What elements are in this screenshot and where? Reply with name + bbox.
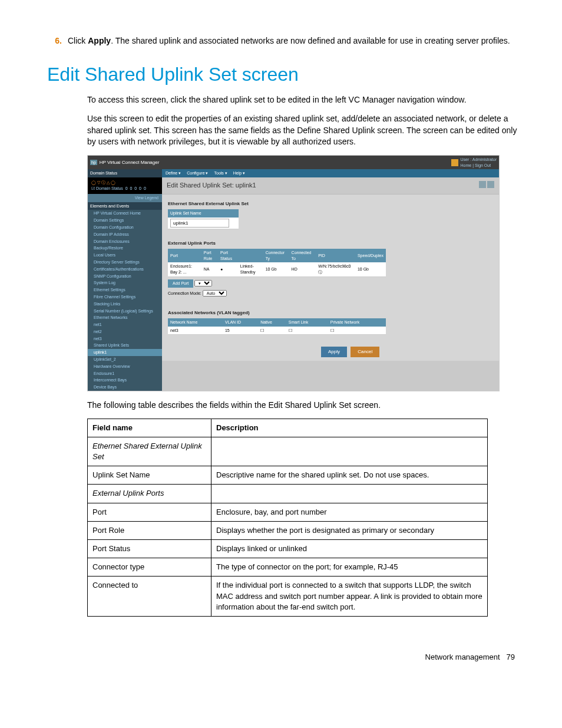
menu-item[interactable]: Define ▾ (166, 170, 181, 176)
nav-item[interactable]: Domain IP Address (88, 231, 162, 238)
user-links[interactable]: Home | Sign Out (461, 163, 491, 167)
intro-paragraph-2: Use this screen to edit the properties o… (87, 113, 521, 148)
field-description-table: Field name Description Ethernet Shared E… (87, 419, 488, 617)
field-name-cell: Connected to (88, 577, 211, 617)
conn-mode-select[interactable]: Auto (203, 290, 227, 297)
nav-item[interactable]: Domain Settings (88, 217, 162, 224)
ports-th: Connected To (289, 249, 316, 263)
assoc-td: ☐ (328, 327, 386, 335)
nav-item[interactable]: Domain Enclosures (88, 238, 162, 245)
step-prefix: Click (68, 36, 88, 45)
ports-th (238, 249, 263, 263)
nav-item[interactable]: Interconnect Bays (88, 377, 162, 384)
user-label: User : Administrator (461, 157, 497, 162)
ports-th: Speed/Duplex (355, 249, 386, 263)
nav-item[interactable]: Local Users (88, 252, 162, 259)
nav-item[interactable]: Ethernet Settings (88, 286, 162, 294)
nav-item[interactable]: HP Virtual Connect Home (88, 210, 162, 217)
nav-item[interactable]: Domain Configuration (88, 224, 162, 231)
menu-item[interactable]: Tools ▾ (214, 170, 227, 176)
ports-td: 10 Gb (263, 262, 289, 276)
nav-item[interactable]: Device Bays (88, 384, 162, 391)
assoc-th: Native (258, 318, 286, 327)
field-desc-cell: If the individual port is connected to a… (211, 577, 488, 617)
nav-item[interactable]: net3 (88, 335, 162, 342)
field-name-cell: Port Status (88, 539, 211, 558)
nav-item[interactable]: Serial Number (Logical) Settings (88, 308, 162, 315)
home-icon[interactable] (451, 159, 458, 166)
menu-item[interactable]: Help ▾ (233, 170, 245, 176)
field-name-cell: Port (88, 503, 211, 521)
field-desc-cell: Displays linked or unlinked (211, 539, 488, 558)
ss-page-title: Edit Shared Uplink Set: uplink1 (167, 181, 256, 190)
page-footer: Network management 79 (47, 652, 521, 663)
assoc-td: ☐ (258, 327, 286, 335)
uplink-name-hdr: Uplink Set Name (168, 209, 239, 218)
ss-main: Define ▾Configure ▾Tools ▾Help ▾ Edit Sh… (162, 169, 499, 391)
ports-th: Connector Ty (263, 249, 289, 263)
add-port-button[interactable]: Add Port (168, 279, 193, 288)
section-label-ports: External Uplink Ports (168, 240, 493, 246)
nav-item[interactable]: Enclosure1 (88, 370, 162, 377)
nav-item[interactable]: Fibre Channel Settings (88, 294, 162, 301)
apply-button[interactable]: Apply (321, 347, 347, 357)
ports-table: PortPort RolePort StatusConnector TyConn… (168, 249, 386, 277)
cancel-button[interactable]: Cancel (351, 347, 379, 357)
nav-item[interactable]: Stacking Links (88, 301, 162, 308)
ports-td: HD (289, 262, 316, 276)
field-desc-cell (211, 485, 488, 503)
field-name-cell: Uplink Set Name (88, 466, 211, 485)
help-icon[interactable] (487, 181, 494, 188)
elements-events-header: Elements and Events (88, 202, 162, 210)
step-number: 6. (47, 35, 68, 47)
nav-item[interactable]: SNMP Configuration (88, 273, 162, 280)
nav-item[interactable]: uplink1 (88, 349, 162, 356)
nav-item[interactable]: Backup/Restore (88, 245, 162, 252)
step-bold: Apply (88, 36, 111, 45)
menu-item[interactable]: Configure ▾ (187, 170, 208, 176)
assoc-th: Smart Link (286, 318, 328, 327)
nav-item[interactable]: Certificates/Authentications (88, 266, 162, 273)
th-field: Field name (88, 419, 211, 437)
nav-item[interactable]: System Log (88, 279, 162, 286)
ports-td: ● (218, 262, 238, 276)
hp-logo: hp (90, 160, 97, 166)
ss-titlebar: hp HP Virtual Connect Manager User : Adm… (88, 156, 499, 170)
embedded-screenshot: hp HP Virtual Connect Manager User : Adm… (87, 155, 500, 391)
field-desc-cell: Descriptive name for the shared uplink s… (211, 466, 488, 485)
intro-paragraph-1: To access this screen, click the shared … (87, 94, 521, 106)
field-name-cell: Port Role (88, 521, 211, 539)
footer-section: Network management (425, 653, 500, 661)
assoc-th: Private Network (328, 318, 386, 327)
domain-status-box: ◯ ▽ ⓘ △ ◯ ☑ Domain Status 0 0 0 0 0 (88, 177, 162, 194)
field-desc-cell: Enclosure, bay, and port number (211, 503, 488, 521)
nav-item[interactable]: Ethernet Networks (88, 314, 162, 321)
ports-th: Port (168, 249, 201, 263)
assoc-td: ☐ (286, 327, 328, 335)
assoc-table: Network NameVLAN IDNativeSmart LinkPriva… (168, 318, 386, 335)
numbered-step: 6. Click Apply. The shared uplink and as… (47, 35, 521, 47)
ss-app-title: HP Virtual Connect Manager (100, 159, 160, 166)
field-desc-cell (211, 437, 488, 466)
field-name-cell: External Uplink Ports (88, 485, 211, 503)
footer-page: 79 (507, 653, 515, 661)
add-port-select[interactable]: ▾ (194, 280, 212, 286)
nav-item[interactable]: Shared Uplink Sets (88, 342, 162, 349)
field-name-cell: Ethernet Shared External Uplink Set (88, 437, 211, 466)
print-icon[interactable] (479, 181, 486, 188)
assoc-td: net3 (168, 327, 223, 335)
ports-th: Port Status (218, 249, 238, 263)
uplink-name-input[interactable] (170, 219, 229, 228)
step-text: Click Apply. The shared uplink and assoc… (68, 35, 521, 47)
field-desc-cell: Displays whether the port is designated … (211, 521, 488, 539)
view-legend-link[interactable]: View Legend (88, 194, 162, 202)
nav-item[interactable]: UplinkSet_2 (88, 356, 162, 363)
field-desc-cell: The type of connector on the port; for e… (211, 558, 488, 577)
nav-item[interactable]: Hardware Overview (88, 363, 162, 370)
th-desc: Description (211, 419, 488, 437)
ports-td: Enclosure1: Bay 2: ... (168, 262, 201, 276)
nav-item[interactable]: net1 (88, 321, 162, 328)
assoc-td: 15 (223, 327, 258, 335)
nav-item[interactable]: net2 (88, 328, 162, 335)
nav-item[interactable]: Directory Server Settings (88, 259, 162, 266)
